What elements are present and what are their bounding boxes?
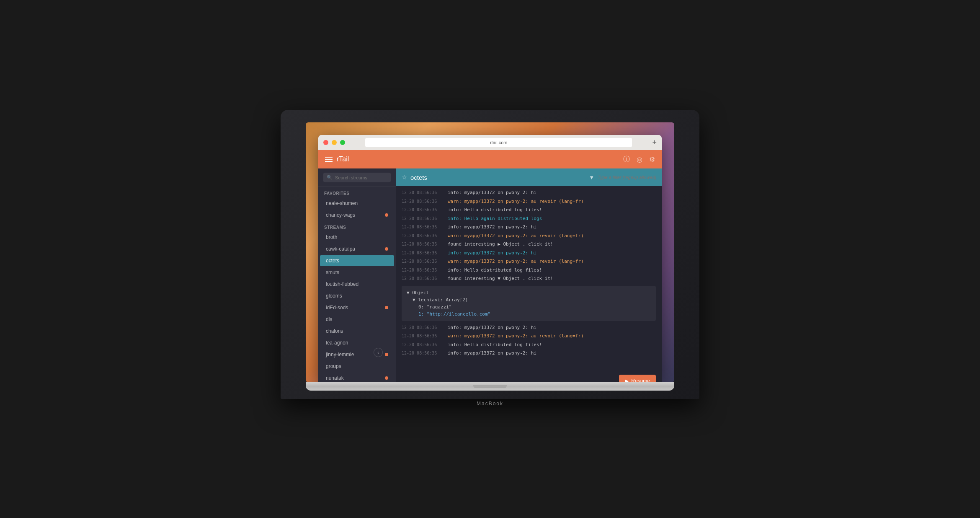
sidebar-item-chancy-wags[interactable]: chancy-wags <box>320 210 394 220</box>
sidebar-item-dis[interactable]: dis <box>320 314 394 325</box>
resume-button[interactable]: ▶ Resume <box>619 375 656 382</box>
log-entry: 12-20 08:56:36 info: myapp/13372 on pwon… <box>396 349 662 358</box>
url-text: rtail.com <box>490 140 508 145</box>
stream-header: ☆ octets ▼ <box>396 168 662 186</box>
log-entry: 12-20 08:56:36 warn: myapp/13372 on pwon… <box>396 257 662 266</box>
sidebar-item-cawk-catalpa[interactable]: cawk-catalpa <box>320 243 394 254</box>
sidebar-item-label: lea-agnon <box>326 340 348 346</box>
main-content: ☆ octets ▼ <box>396 168 662 382</box>
object-value-1[interactable]: 1: "http://ilcancello.com" <box>418 311 651 318</box>
log-message: info: myapp/13372 on pwony-2: hi <box>448 224 536 231</box>
sidebar-item-smuts[interactable]: smuts <box>320 267 394 278</box>
browser-window: rtail.com + <box>318 135 662 382</box>
log-timestamp: 12-20 08:56:36 <box>402 233 448 239</box>
search-bar: 🔍 <box>318 168 396 187</box>
macbook-notch <box>473 385 507 388</box>
sidebar-item-nunatak[interactable]: nunatak <box>320 373 394 382</box>
sidebar-item-jinny-lemmie[interactable]: jinny-lemmie <box>320 349 394 360</box>
notification-dot <box>385 353 388 356</box>
help-icon[interactable]: ◎ <box>637 155 642 163</box>
log-entry: 12-20 08:56:36 info: Hello again distrib… <box>396 215 662 223</box>
sidebar-item-groups[interactable]: groups <box>320 361 394 372</box>
object-expand: ▼ Object ▼ lechiavi: Array[2] 0: "ragazz… <box>402 286 656 321</box>
app-header: rTail ⓘ ◎ ⚙ <box>318 150 662 168</box>
stream-name: octets <box>410 174 427 181</box>
sidebar-collapse-button[interactable]: ‹ <box>374 348 383 357</box>
log-timestamp: 12-20 08:56:36 <box>402 198 448 205</box>
log-timestamp: 12-20 08:56:36 <box>402 333 448 339</box>
sidebar-item-label: jinny-lemmie <box>326 352 354 357</box>
sidebar-item-label: broth <box>326 234 337 240</box>
log-message: warn: myapp/13372 on pwony-2: au revoir … <box>448 258 584 265</box>
filter-icon: ▼ <box>589 174 594 181</box>
screen-bezel: rtail.com + <box>281 110 699 399</box>
log-entry: 12-20 08:56:36 warn: myapp/13372 on pwon… <box>396 232 662 241</box>
log-message: info: myapp/13372 on pwony-2: hi <box>448 250 536 257</box>
filter-input[interactable] <box>598 175 656 180</box>
log-message: info: myapp/13372 on pwony-2: hi <box>448 324 536 332</box>
log-timestamp: 12-20 08:56:36 <box>402 215 448 222</box>
log-entry: 12-20 08:56:36 found interesting ▼ Objec… <box>396 275 662 283</box>
sidebar-item-chalons[interactable]: chalons <box>320 326 394 337</box>
sidebar-item-broth[interactable]: broth <box>320 232 394 243</box>
app-title: rTail <box>337 155 349 163</box>
sidebar-item-label: loutish-flubbed <box>326 281 358 287</box>
sidebar-item-label: nunatak <box>326 375 344 381</box>
resume-icon: ▶ <box>625 378 629 382</box>
url-bar[interactable]: rtail.com <box>365 138 632 147</box>
streams-section-label: Streams <box>318 221 396 231</box>
info-icon[interactable]: ⓘ <box>623 155 630 164</box>
app-header-left: rTail <box>325 155 349 163</box>
app-container: rTail ⓘ ◎ ⚙ <box>318 150 662 382</box>
search-input-wrapper[interactable]: 🔍 <box>323 173 391 182</box>
log-timestamp: 12-20 08:56:36 <box>402 207 448 213</box>
search-input[interactable] <box>335 175 387 180</box>
log-timestamp: 12-20 08:56:36 <box>402 275 448 282</box>
log-message[interactable]: found interesting ▼ Object . click it! <box>448 275 553 282</box>
menu-icon[interactable] <box>325 157 333 162</box>
log-timestamp: 12-20 08:56:36 <box>402 250 448 256</box>
add-tab-button[interactable]: + <box>652 138 657 147</box>
main-layout: 🔍 Favorites neale-shumen <box>318 168 662 382</box>
stream-title-area: ☆ octets <box>402 174 427 181</box>
search-icon: 🔍 <box>327 175 333 180</box>
macbook-wrapper: rtail.com + <box>281 110 699 408</box>
log-timestamp: 12-20 08:56:36 <box>402 224 448 230</box>
sidebar-item-label: chancy-wags <box>326 212 355 218</box>
resume-label: Resume <box>631 378 650 382</box>
favorites-section-label: Favorites <box>318 187 396 197</box>
log-message: info: Hello distributed log files! <box>448 267 542 274</box>
log-message: info: Hello again distributed logs <box>448 215 542 223</box>
log-timestamp: 12-20 08:56:36 <box>402 189 448 196</box>
sidebar-item-label: octets <box>326 258 339 264</box>
screen-inner: rtail.com + <box>306 122 674 382</box>
notification-dot <box>385 247 388 251</box>
log-message[interactable]: found interesting ▶ Object . click it! <box>448 241 553 248</box>
sidebar-item-label: cawk-catalpa <box>326 246 355 252</box>
sidebar-item-octets[interactable]: octets <box>320 255 394 266</box>
traffic-light-close[interactable] <box>323 140 328 145</box>
traffic-light-maximize[interactable] <box>340 140 345 145</box>
settings-icon[interactable]: ⚙ <box>649 155 655 163</box>
log-timestamp: 12-20 08:56:36 <box>402 258 448 264</box>
star-icon[interactable]: ☆ <box>402 174 407 181</box>
log-message: info: myapp/13372 on pwony-2: hi <box>448 189 536 197</box>
traffic-light-minimize[interactable] <box>332 140 337 145</box>
sidebar-item-lea-agnon[interactable]: lea-agnon <box>320 337 394 348</box>
log-container[interactable]: 12-20 08:56:36 info: myapp/13372 on pwon… <box>396 186 662 382</box>
sidebar-item-neale-shumen[interactable]: neale-shumen <box>320 198 394 209</box>
app-header-right: ⓘ ◎ ⚙ <box>623 155 655 164</box>
sidebar-item-idEd-sods[interactable]: idEd-sods <box>320 302 394 313</box>
desktop-background: rtail.com + <box>306 122 674 382</box>
object-expand-key: ▼ lechiavi: Array[2] <box>413 296 651 303</box>
log-message: warn: myapp/13372 on pwony-2: au revoir … <box>448 198 584 205</box>
macbook-base <box>306 382 674 391</box>
sidebar-item-glooms[interactable]: glooms <box>320 290 394 301</box>
log-timestamp: 12-20 08:56:36 <box>402 350 448 356</box>
sidebar-item-loutish-flubbed[interactable]: loutish-flubbed <box>320 279 394 290</box>
sidebar-item-label: neale-shumen <box>326 200 358 206</box>
log-entry: 12-20 08:56:36 warn: myapp/13372 on pwon… <box>396 197 662 206</box>
log-timestamp: 12-20 08:56:36 <box>402 342 448 348</box>
sidebar-item-label: groups <box>326 363 341 369</box>
sidebar-item-label: idEd-sods <box>326 305 348 311</box>
